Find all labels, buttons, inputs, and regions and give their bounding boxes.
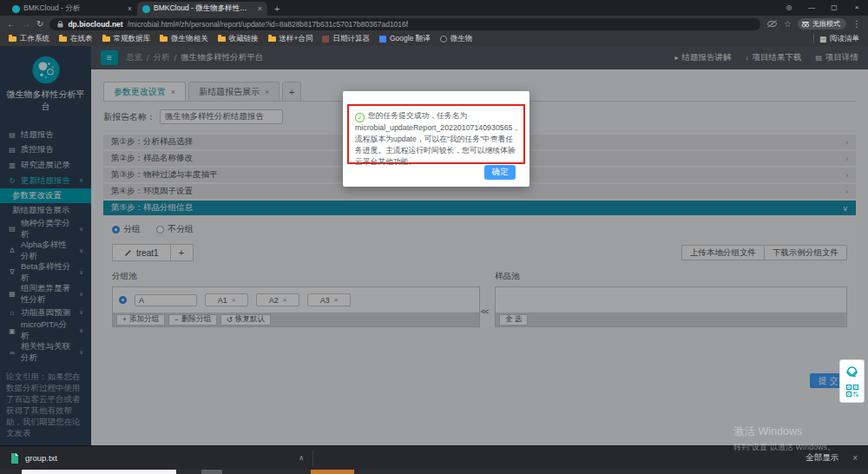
folder-icon xyxy=(9,36,16,42)
tab-close-icon[interactable]: × xyxy=(258,4,262,13)
task-success-dialog: ✓您的任务提交成功，任务名为microbial_updateReport_202… xyxy=(343,91,529,187)
date-calculator-icon xyxy=(322,36,329,43)
window-controls: ◎ — ▢ × xyxy=(778,0,868,16)
tab-title: BMKCloud - 微生物多样性分析 xyxy=(154,3,254,14)
divider xyxy=(312,451,313,466)
incognito-label: 无痕模式 xyxy=(812,19,840,29)
success-check-icon: ✓ xyxy=(355,113,365,122)
eye-blocked-icon[interactable] xyxy=(766,20,778,28)
bookmark-star-icon[interactable]: ☆ xyxy=(784,19,792,29)
url-path: /microbial.html#/zh/personal/report/upda… xyxy=(128,20,409,29)
annotated-message-box: ✓您的任务提交成功，任务名为microbial_updateReport_202… xyxy=(347,104,525,164)
maximize-button[interactable]: ▢ xyxy=(823,0,845,16)
folder-icon xyxy=(268,36,276,42)
lock-icon xyxy=(57,21,63,28)
folder-icon xyxy=(218,36,226,42)
incognito-icon xyxy=(801,21,810,28)
bookmark-folder[interactable]: 常规数据库 xyxy=(102,34,151,44)
site-favicon xyxy=(12,5,20,13)
back-button[interactable]: ← xyxy=(7,19,16,29)
floating-help-widget xyxy=(839,359,865,403)
customer-service-icon[interactable] xyxy=(845,365,858,379)
windows-watermark: 激活 Windows 转到“设置”以激活 Windows。 xyxy=(733,425,835,453)
new-tab-button[interactable]: + xyxy=(274,3,279,16)
caret-up-icon[interactable]: ∧ xyxy=(299,454,304,462)
divider xyxy=(813,35,814,43)
minimize-button[interactable]: — xyxy=(800,0,823,16)
bookmark-microbe[interactable]: 微生物 xyxy=(440,34,473,44)
bookmark-folder[interactable]: 在线表 xyxy=(59,34,93,44)
downloaded-file-chip[interactable]: group.txt ∧ xyxy=(10,453,312,464)
screen: BMKCloud - 分析 × BMKCloud - 微生物多样性分析 × + … xyxy=(0,0,868,474)
bottom-edge xyxy=(0,470,868,474)
site-favicon xyxy=(142,5,150,13)
bookmark-folder[interactable]: 工作系统 xyxy=(9,34,49,44)
reading-list-button[interactable]: ▦阅读清单 xyxy=(819,34,859,44)
globe-icon xyxy=(440,36,447,43)
folder-icon xyxy=(102,36,110,42)
bookmark-folder[interactable]: 微生物相关 xyxy=(160,34,208,44)
forward-button[interactable]: → xyxy=(22,19,30,29)
folder-icon xyxy=(160,36,168,42)
bookmarks-bar: 工作系统 在线表 常规数据库 微生物相关 收藏链接 送样+合同 日期计算器 Go… xyxy=(0,32,868,46)
taskbar-item-sliver xyxy=(311,470,354,474)
close-window-button[interactable]: × xyxy=(845,0,868,16)
downloaded-file-name: group.txt xyxy=(25,453,57,463)
address-bar-actions: ☆ 无痕模式 ⋮ xyxy=(766,18,861,30)
show-all-downloads-button[interactable]: 全部显示 xyxy=(806,452,838,464)
reload-button[interactable]: ↻ xyxy=(36,19,43,29)
qr-code-icon[interactable] xyxy=(846,385,858,397)
dialog-task-name: microbial_updateReport_20220107140930565 xyxy=(355,123,512,132)
address-bar: ← → ↻ dp.biocloud.net /microbial.html#/z… xyxy=(0,16,868,32)
bookmark-folder[interactable]: 收藏链接 xyxy=(218,34,259,44)
file-icon xyxy=(10,453,19,464)
confirm-button[interactable]: 确定 xyxy=(484,165,516,180)
tab-close-icon[interactable]: × xyxy=(128,4,132,13)
reading-list-icon: ▦ xyxy=(819,35,826,43)
google-translate-icon xyxy=(379,36,386,43)
tab-title: BMKCloud - 分析 xyxy=(23,3,124,14)
tab-search-icon[interactable]: ◎ xyxy=(778,0,800,16)
url-domain: dp.biocloud.net xyxy=(68,20,122,29)
browser-tab-2-active[interactable]: BMKCloud - 微生物多样性分析 × xyxy=(137,2,267,16)
folder-icon xyxy=(59,36,67,42)
bookmark-date-calculator[interactable]: 日期计算器 xyxy=(322,34,370,44)
url-field[interactable]: dp.biocloud.net /microbial.html#/zh/pers… xyxy=(49,18,760,30)
browser-tab-1[interactable]: BMKCloud - 分析 × xyxy=(7,2,137,16)
web-page: 微生物多样性分析平台 ▤结题报告 ▤质控报告 ▥研究进展记录 ↻更新结题报告∧ … xyxy=(0,46,868,445)
incognito-badge: 无痕模式 xyxy=(798,18,846,30)
browser-tabstrip: BMKCloud - 分析 × BMKCloud - 微生物多样性分析 × + … xyxy=(0,0,868,16)
background-window-sliver xyxy=(22,470,176,474)
dialog-message-prefix: 您的任务提交成功，任务名为 xyxy=(368,111,467,120)
taskbar-item-sliver xyxy=(201,470,222,474)
bookmark-google-translate[interactable]: Google 翻译 xyxy=(379,34,431,44)
bookmark-folder[interactable]: 送样+合同 xyxy=(268,34,313,44)
close-shelf-icon[interactable]: × xyxy=(852,453,858,463)
menu-dots-icon[interactable]: ⋮ xyxy=(852,19,861,29)
